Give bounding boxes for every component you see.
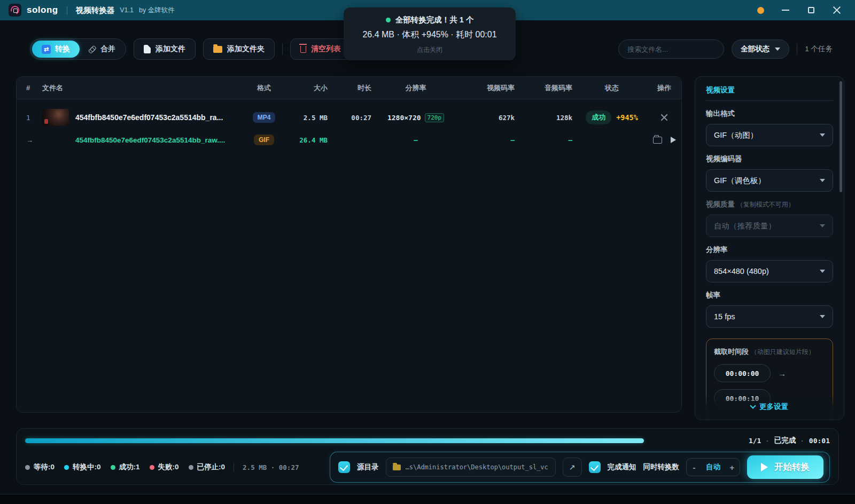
start-conversion-button[interactable]: 开始转换	[747, 455, 823, 479]
app-window: solong 视频转换器 V1.1 by 金牌软件 ⇄ 转换 合并 添加文件	[0, 0, 855, 504]
output-audio-bitrate: –	[519, 136, 577, 144]
trash-icon	[300, 46, 306, 53]
output-path-box	[386, 458, 556, 477]
concurrent-stepper: - 自动 +	[686, 458, 740, 476]
open-output-folder-button[interactable]: ↗	[563, 458, 582, 477]
bottom-bar: 1/1 · 已完成 · 00:01 等待:0 转换中:0 成功:1 失败:0 已…	[16, 428, 839, 485]
stepper-minus-button[interactable]: -	[687, 463, 702, 472]
tab-merge[interactable]: 合并	[80, 44, 124, 54]
titlebar-divider	[67, 6, 67, 14]
status-dot-icon	[189, 465, 193, 470]
window-bottom-edge	[0, 494, 855, 504]
progress-bar	[25, 438, 644, 443]
stat-converting: 转换中:0	[64, 462, 101, 472]
resolution-dropdown[interactable]: 854×480 (480p)	[706, 260, 833, 282]
framerate-dropdown[interactable]: 15 fps	[706, 305, 833, 328]
progress-summary: 1/1 · 已完成 · 00:01	[749, 436, 830, 445]
play-icon[interactable]	[671, 137, 676, 143]
update-indicator-icon[interactable]	[757, 7, 764, 14]
chevron-down-icon	[820, 179, 825, 182]
stat-waiting: 等待:0	[25, 462, 55, 472]
resolution-tag: 720p	[425, 113, 445, 122]
panel-title: 视频设置	[706, 85, 833, 101]
folder-icon	[213, 46, 222, 53]
conversion-controls-group: 源目录 ↗ 完成通知 同时转换数 - 自动 + 开始转换	[330, 452, 830, 483]
sidebar-scrollbar[interactable]	[840, 81, 842, 192]
more-settings-link[interactable]: 更多设置	[695, 394, 844, 420]
field-video-encoder: 视频编码器 GIF（调色板）	[706, 154, 833, 192]
video-quality-dropdown: 自动（推荐质量）	[706, 215, 833, 237]
status-badge: 成功	[586, 111, 611, 124]
notify-label: 完成通知	[608, 462, 636, 472]
concurrent-label: 同时转换数	[643, 462, 680, 472]
chevron-down-icon	[820, 315, 825, 318]
window-title: 视频转换器	[76, 5, 115, 15]
status-dot-icon	[150, 465, 154, 470]
format-badge: MP4	[253, 112, 276, 123]
table-row: 1 454fbfb8450e7e6edf07453c2a5514bb_ra...…	[17, 104, 681, 131]
app-name: solong	[27, 5, 58, 15]
size-delta: +945%	[616, 113, 638, 122]
open-folder-icon[interactable]	[653, 137, 662, 144]
output-format-badge: GIF	[254, 135, 274, 145]
status-counters: 等待:0 转换中:0 成功:1 失败:0 已停止:0	[25, 462, 225, 472]
toolbar-divider	[282, 43, 283, 55]
convert-icon: ⇄	[42, 45, 51, 54]
video-settings-panel: 视频设置 输出格式 GIF（动图） 视频编码器 GIF（调色板） 视频质量 （复…	[695, 76, 844, 420]
field-output-format: 输出格式 GIF（动图）	[706, 109, 833, 146]
success-dot-icon	[386, 18, 391, 22]
clear-list-button[interactable]: 清空列表	[290, 38, 351, 60]
app-logo-icon	[9, 4, 21, 17]
trim-hint: （动图只建议短片段）	[751, 348, 815, 356]
progress-status: 已完成	[774, 436, 796, 445]
row-index: 1	[17, 114, 42, 122]
output-resolution: –	[376, 136, 456, 144]
stat-failed: 失败:0	[150, 462, 179, 472]
tab-convert[interactable]: ⇄ 转换	[32, 41, 80, 58]
close-button[interactable]	[833, 6, 841, 14]
output-size: 26.4 MB	[283, 136, 332, 144]
output-video-bitrate: –	[456, 136, 519, 144]
toast-detail: 26.4 MB · 体积 +945% · 耗时 00:01	[352, 29, 507, 41]
folder-icon	[393, 464, 401, 470]
remove-task-icon[interactable]	[660, 114, 668, 121]
add-file-button[interactable]: 添加文件	[134, 38, 196, 60]
add-folder-button[interactable]: 添加文件夹	[203, 38, 275, 60]
video-bitrate: 627k	[456, 114, 519, 122]
trim-start-input[interactable]: 00:00:00	[714, 364, 771, 382]
totals-summary: 2.5 MB · 00:27	[243, 463, 299, 471]
chevron-down-icon	[775, 48, 780, 51]
duration: 00:27	[332, 114, 376, 122]
progress-time: 00:01	[809, 437, 830, 445]
status-dot-icon	[64, 465, 69, 470]
video-encoder-dropdown[interactable]: GIF（调色板）	[706, 169, 833, 192]
field-framerate: 帧率 15 fps	[706, 290, 833, 328]
source-dir-label: 源目录	[357, 462, 379, 472]
trim-arrow: →	[778, 369, 786, 378]
task-count: 1 个任务	[805, 44, 833, 54]
field-resolution: 分辨率 854×480 (480p)	[706, 245, 833, 282]
table-output-row: → 454fbfb8450e7e6edf07453c2a5514bb_raw..…	[17, 131, 681, 148]
stats-divider	[234, 462, 234, 472]
toolbar-divider	[797, 43, 797, 55]
mode-segmented-control: ⇄ 转换 合并	[30, 38, 126, 60]
toast-title: 全部转换完成！共 1 个	[395, 15, 474, 25]
minimize-button[interactable]	[781, 6, 790, 14]
completion-toast[interactable]: 全部转换完成！共 1 个 26.4 MB · 体积 +945% · 耗时 00:…	[344, 7, 516, 60]
audio-bitrate: 128k	[519, 114, 577, 122]
notify-checkbox[interactable]	[589, 461, 601, 473]
link-icon	[87, 43, 98, 54]
stat-success: 成功:1	[111, 462, 140, 472]
progress-ratio: 1/1	[749, 437, 761, 445]
file-icon	[144, 45, 151, 53]
app-version: V1.1	[120, 6, 134, 14]
status-dot-icon	[111, 465, 115, 470]
source-dir-checkbox[interactable]	[338, 461, 350, 473]
stepper-plus-button[interactable]: +	[725, 463, 740, 472]
video-thumbnail	[42, 109, 69, 126]
output-format-dropdown[interactable]: GIF（动图）	[706, 124, 833, 146]
maximize-button[interactable]	[807, 6, 815, 14]
status-filter-dropdown[interactable]: 全部状态	[732, 40, 789, 59]
search-input[interactable]	[618, 40, 724, 59]
output-path-input[interactable]	[406, 463, 549, 471]
